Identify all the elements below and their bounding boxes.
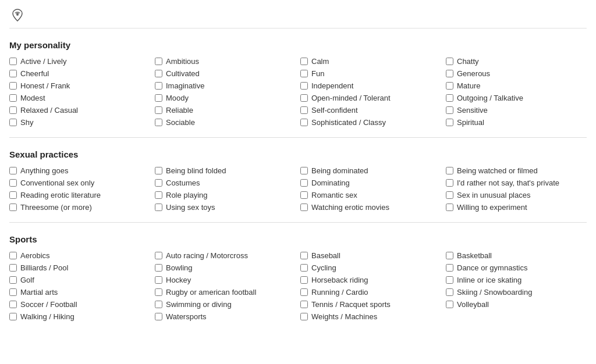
section-personality: My personalityActive / LivelyAmbitiousCa… [9, 40, 587, 138]
checkbox-label: Independent [311, 81, 353, 90]
checkbox-golf[interactable] [9, 276, 17, 284]
checkbox-cultivated[interactable] [155, 70, 162, 77]
checkbox-cycling[interactable] [300, 264, 308, 272]
list-item: Sensitive [446, 106, 587, 115]
checkbox-label: Active / Lively [20, 57, 66, 66]
checkbox-honest---frank[interactable] [9, 82, 17, 90]
checkbox-weights---machines[interactable] [300, 313, 308, 320]
checkbox-label: Soccer / Football [20, 300, 77, 309]
checkbox-fun[interactable] [300, 70, 308, 77]
checkbox-conventional-sex-only[interactable] [9, 179, 17, 187]
checkbox-billiards---pool[interactable] [9, 264, 17, 272]
checkbox-open-minded---tolerant[interactable] [300, 94, 308, 102]
checkbox-being-dominated[interactable] [300, 167, 308, 174]
checkbox-willing-to-experiment[interactable] [446, 204, 453, 211]
checkbox-dance-or-gymnastics[interactable] [446, 264, 453, 272]
checkbox-generous[interactable] [446, 70, 453, 77]
checkbox-moody[interactable] [155, 94, 162, 102]
checkbox-costumes[interactable] [155, 179, 162, 187]
checkbox-role-playing[interactable] [155, 191, 162, 199]
checkbox-label: Conventional sex only [20, 179, 94, 187]
checkbox-label: Auto racing / Motorcross [166, 251, 248, 260]
list-item: Cheerful [9, 69, 150, 78]
checkbox-relaxed---casual[interactable] [9, 106, 17, 114]
checkbox-label: Spiritual [457, 118, 484, 127]
checkbox-label: Self-confident [311, 106, 358, 115]
checkbox-cheerful[interactable] [9, 70, 17, 77]
checkbox-outgoing---talkative[interactable] [446, 94, 453, 102]
checkbox-shy[interactable] [9, 119, 17, 126]
checkbox-inline-or-ice-skating[interactable] [446, 276, 453, 284]
checkbox-active---lively[interactable] [9, 58, 17, 65]
checkbox-sociable[interactable] [155, 119, 162, 126]
checkbox-swimming-or-diving[interactable] [155, 301, 162, 308]
checkbox-reading-erotic-literature[interactable] [9, 191, 17, 199]
checkbox-label: Ambitious [166, 57, 199, 66]
checkbox-label: I'd rather not say, that's private [457, 179, 559, 187]
checkbox-using-sex-toys[interactable] [155, 204, 162, 211]
checkbox-sex-in-unusual-places[interactable] [446, 191, 453, 199]
list-item: Reliable [155, 106, 296, 115]
checkbox-tennis---racquet-sports[interactable] [300, 301, 308, 308]
checkbox-threesome--or-more-[interactable] [9, 204, 17, 211]
checkbox-walking---hiking[interactable] [9, 313, 17, 320]
checkbox-sensitive[interactable] [446, 106, 453, 114]
checkbox-soccer---football[interactable] [9, 301, 17, 308]
checkbox-label: Being dominated [311, 166, 368, 175]
checkbox-label: Weights / Machines [311, 312, 377, 321]
checkbox-running---cardio[interactable] [300, 288, 308, 296]
checkbox-ambitious[interactable] [155, 58, 162, 65]
list-item: Independent [300, 81, 441, 90]
checkbox-reliable[interactable] [155, 106, 162, 114]
checkbox-anything-goes[interactable] [9, 167, 17, 174]
checkbox-basketball[interactable] [446, 252, 453, 259]
list-item: Conventional sex only [9, 179, 150, 187]
checkbox-hockey[interactable] [155, 276, 162, 284]
list-item: Dance or gymnastics [446, 263, 587, 272]
checkbox-watching-erotic-movies[interactable] [300, 204, 308, 211]
list-item: Willing to experiment [446, 203, 587, 212]
checkbox-martial-arts[interactable] [9, 288, 17, 296]
checkbox-horseback-riding[interactable] [300, 276, 308, 284]
checkbox-modest[interactable] [9, 94, 17, 102]
checkbox-aerobics[interactable] [9, 252, 17, 259]
checkbox-watersports[interactable] [155, 313, 162, 320]
checkbox-label: Golf [20, 276, 34, 284]
list-item: Skiing / Snowboarding [446, 288, 587, 297]
checkbox-label: Sex in unusual places [457, 191, 530, 199]
checkbox-i-d-rather-not-say--that-s-private[interactable] [446, 179, 453, 187]
checkbox-bowling[interactable] [155, 264, 162, 272]
section-divider [9, 222, 587, 223]
checkbox-label: Reading erotic literature [20, 191, 101, 199]
checkbox-rugby-or-american-football[interactable] [155, 288, 162, 296]
checkbox-romantic-sex[interactable] [300, 191, 308, 199]
grid-personality: Active / LivelyAmbitiousCalmChattyCheerf… [9, 57, 587, 127]
checkbox-mature[interactable] [446, 82, 453, 90]
checkbox-dominating[interactable] [300, 179, 308, 187]
checkbox-label: Baseball [311, 251, 340, 260]
checkbox-baseball[interactable] [300, 252, 308, 259]
checkbox-being-blind-folded[interactable] [155, 167, 162, 174]
checkbox-label: Honest / Frank [20, 81, 70, 90]
checkbox-label: Dominating [311, 179, 350, 187]
checkbox-auto-racing---motorcross[interactable] [155, 252, 162, 259]
checkbox-volleyball[interactable] [446, 301, 453, 308]
checkbox-calm[interactable] [300, 58, 308, 65]
checkbox-label: Rugby or american football [166, 288, 256, 297]
checkbox-label: Threesome (or more) [20, 203, 92, 212]
list-item: Outgoing / Talkative [446, 94, 587, 102]
checkbox-self-confident[interactable] [300, 106, 308, 114]
checkbox-label: Billiards / Pool [20, 263, 68, 272]
checkbox-imaginative[interactable] [155, 82, 162, 90]
checkbox-sophisticated---classy[interactable] [300, 119, 308, 126]
checkbox-label: Modest [20, 94, 45, 102]
checkbox-chatty[interactable] [446, 58, 453, 65]
checkbox-skiing---snowboarding[interactable] [446, 288, 453, 296]
checkbox-being-watched-or-filmed[interactable] [446, 167, 453, 174]
list-item: Modest [9, 94, 150, 102]
list-item: Horseback riding [300, 276, 441, 284]
checkbox-label: Relaxed / Casual [20, 106, 78, 115]
checkbox-independent[interactable] [300, 82, 308, 90]
list-item: Walking / Hiking [9, 312, 150, 321]
checkbox-spiritual[interactable] [446, 119, 453, 126]
